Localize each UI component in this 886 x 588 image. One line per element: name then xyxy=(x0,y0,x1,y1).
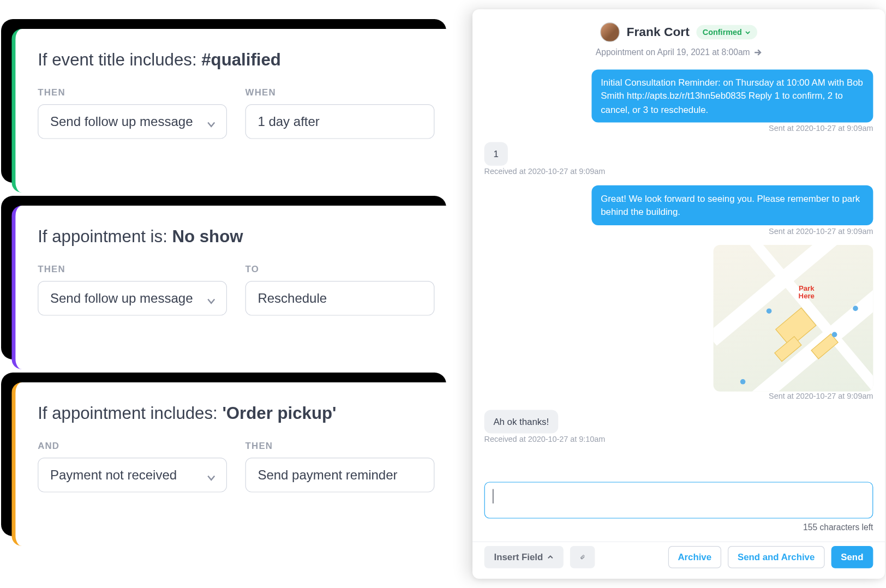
rule-label: WHEN xyxy=(246,87,435,98)
compose-input[interactable] xyxy=(484,482,873,518)
then-select[interactable]: Send follow up message xyxy=(38,104,227,139)
rule-label: AND xyxy=(38,441,227,451)
chevron-down-icon xyxy=(207,117,216,126)
when-select[interactable]: 1 day after xyxy=(246,104,435,139)
avatar xyxy=(601,22,620,42)
send-button[interactable]: Send xyxy=(831,546,873,568)
message-meta: Sent at 2020-10-27 at 9:09am xyxy=(484,226,873,236)
chevron-up-icon xyxy=(547,554,553,560)
message-meta: Received at 2020-10-27 at 9:10am xyxy=(484,435,873,444)
rule-card: If event title includes: #qualified THEN… xyxy=(11,29,457,193)
message-meta: Received at 2020-10-27 at 9:09am xyxy=(484,167,873,176)
message-incoming: Ah ok thanks! xyxy=(484,410,558,434)
message-map[interactable]: ParkHere xyxy=(714,245,873,392)
arrow-right-icon xyxy=(754,48,762,56)
text-cursor xyxy=(493,489,493,503)
then-select[interactable]: Send follow up message xyxy=(38,281,227,316)
attach-button[interactable] xyxy=(570,546,595,568)
chevron-down-icon xyxy=(207,293,216,303)
rule-title: If event title includes: #qualified xyxy=(38,50,434,70)
contact-name: Frank Cort xyxy=(627,25,690,39)
svg-point-3 xyxy=(740,379,746,385)
message-outgoing: Initial Consultation Reminder: on Thursd… xyxy=(591,69,873,122)
status-badge[interactable]: Confirmed xyxy=(696,25,757,39)
insert-field-button[interactable]: Insert Field xyxy=(484,546,564,568)
message-incoming: 1 xyxy=(484,142,508,166)
send-and-archive-button[interactable]: Send and Archive xyxy=(728,546,824,568)
rule-label: THEN xyxy=(38,87,227,98)
rule-title: If appointment is: No show xyxy=(38,226,434,247)
svg-point-4 xyxy=(853,305,858,311)
message-outgoing: Great! We look forward to seeing you. Pl… xyxy=(591,185,873,225)
rule-label: THEN xyxy=(38,264,227,274)
chevron-down-icon xyxy=(745,29,751,35)
then-select[interactable]: Send payment reminder xyxy=(246,458,435,493)
chat-panel: Frank Cort Confirmed Appointment on Apri… xyxy=(472,9,885,579)
to-select[interactable]: Reschedule xyxy=(246,281,435,316)
rule-card: If appointment includes: 'Order pickup' … xyxy=(11,382,457,546)
message-meta: Sent at 2020-10-27 at 9:09am xyxy=(484,392,873,401)
message-meta: Sent at 2020-10-27 at 9:09am xyxy=(484,124,873,133)
chevron-down-icon xyxy=(207,470,216,479)
rule-label: THEN xyxy=(246,441,435,451)
svg-point-2 xyxy=(832,332,837,337)
rule-title: If appointment includes: 'Order pickup' xyxy=(38,403,434,423)
appointment-line[interactable]: Appointment on April 19, 2021 at 8:00am xyxy=(596,47,762,57)
archive-button[interactable]: Archive xyxy=(668,546,721,568)
paperclip-icon xyxy=(579,552,585,562)
and-select[interactable]: Payment not received xyxy=(38,458,227,493)
svg-point-1 xyxy=(767,308,772,314)
map-label: ParkHere xyxy=(799,284,815,300)
rule-card: If appointment is: No show THEN Send fol… xyxy=(11,206,457,369)
rule-label: TO xyxy=(246,264,435,274)
char-counter: 155 characters left xyxy=(484,523,873,532)
